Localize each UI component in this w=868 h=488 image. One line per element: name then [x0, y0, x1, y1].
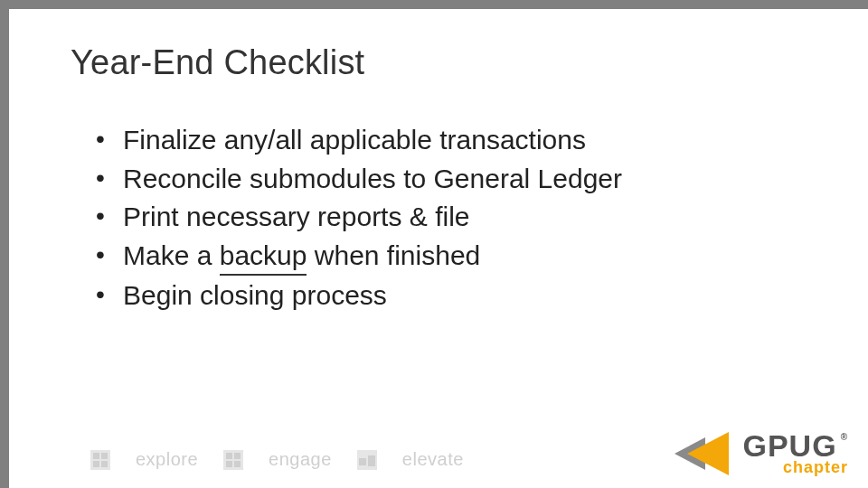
bullet-text: Print necessary reports & file — [123, 202, 469, 231]
blocks-icon — [357, 450, 377, 470]
footer-word: explore — [136, 449, 198, 470]
bullet-text-pre: Make a — [123, 240, 220, 270]
checklist: Finalize any/all applicable transactions… — [90, 122, 778, 316]
square-grid-icon — [90, 450, 110, 470]
bullet-text: Finalize any/all applicable transactions — [123, 125, 586, 155]
logo-sub: chapter — [743, 459, 849, 475]
page-title: Year-End Checklist — [71, 43, 364, 82]
logo-main: GPUG — [743, 430, 837, 461]
brand-logo: GPUG ® chapter — [675, 430, 849, 475]
slide: Year-End Checklist Finalize any/all appl… — [0, 0, 868, 488]
bullet-text-underline: backup — [220, 238, 307, 277]
footer-tagline: explore engage elevate — [90, 449, 464, 470]
footer-word: engage — [269, 449, 332, 470]
list-item: Finalize any/all applicable transactions — [90, 122, 778, 159]
list-item: Reconcile submodules to General Ledger — [90, 161, 778, 198]
list-item: Begin closing process — [90, 277, 778, 314]
list-item: Print necessary reports & file — [90, 199, 778, 236]
footer-word: elevate — [402, 449, 464, 470]
square-grid-icon — [223, 450, 243, 470]
bullet-text: Reconcile submodules to General Ledger — [123, 164, 622, 193]
chevron-icon — [675, 432, 738, 475]
logo-text: GPUG ® chapter — [743, 430, 849, 475]
bullet-text-post: when finished — [307, 240, 480, 270]
registered-icon: ® — [839, 432, 850, 443]
list-item: Make a backup when finished — [90, 238, 778, 277]
bullet-text: Begin closing process — [123, 280, 387, 310]
